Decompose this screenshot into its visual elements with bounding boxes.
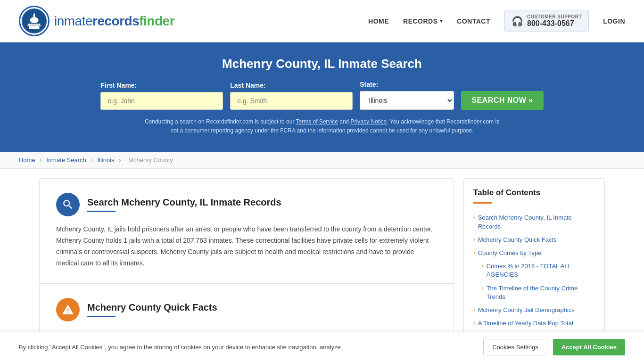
hero-title: Mchenry County, IL Inmate Search	[19, 57, 625, 71]
toc-box: Table of Contents › Search Mchenry Count…	[463, 178, 605, 335]
privacy-link[interactable]: Privacy Notice	[351, 118, 387, 125]
breadcrumb-separator-3: ›	[119, 156, 123, 164]
nav-records[interactable]: RECORDS ▾	[403, 17, 443, 25]
search-icon	[62, 198, 74, 211]
breadcrumb-home[interactable]: Home	[19, 156, 35, 164]
support-number: 800-433-0567	[527, 19, 582, 28]
chevron-right-icon-5: ›	[482, 285, 484, 291]
first-name-label: First Name:	[100, 82, 137, 89]
chevron-right-icon-1: ›	[473, 214, 475, 220]
customer-support: 🎧 CUSTOMER SUPPORT 800-433-0567	[504, 10, 589, 32]
toc-link-7[interactable]: A Timeline of Yearly Data Pop Total	[478, 319, 573, 328]
first-name-group: First Name:	[100, 82, 223, 110]
main-nav: HOME RECORDS ▾ CONTACT 🎧 CUSTOMER SUPPOR…	[368, 10, 625, 32]
chevron-right-icon-2: ›	[473, 237, 475, 242]
breadcrumb-inmate-search[interactable]: Inmate Search	[46, 156, 86, 164]
svg-rect-8	[33, 15, 35, 21]
logo-inmate: inmate	[54, 14, 92, 28]
toc-item-5[interactable]: › The Timeline of the County Crime Trend…	[473, 282, 595, 304]
chevron-right-icon-7: ›	[473, 320, 475, 326]
cookie-banner: By clicking "Accept All Cookies", you ag…	[0, 332, 644, 354]
first-name-input[interactable]	[100, 92, 223, 110]
last-name-group: Last Name:	[230, 82, 353, 110]
warning-icon-circle	[56, 298, 80, 321]
logo-records: records	[92, 14, 139, 28]
state-select[interactable]: Illinois Alabama Alaska Arizona Californ…	[360, 91, 454, 110]
nav-home[interactable]: HOME	[368, 17, 389, 25]
chevron-down-icon: ▾	[440, 18, 443, 24]
section-title-inmate: Search Mchenry County, IL Inmate Records	[87, 197, 281, 208]
search-now-button[interactable]: SEARCH NOW »	[461, 91, 543, 110]
toc-item-2[interactable]: › Mchenry County Quick Facts	[473, 233, 595, 247]
section-title-underline	[87, 211, 116, 212]
breadcrumb-illinois[interactable]: Illinois	[97, 156, 114, 164]
chevron-right-icon-4: ›	[482, 263, 484, 269]
svg-rect-10	[27, 25, 41, 26]
cookie-text: By clicking "Accept All Cookies", you ag…	[19, 343, 341, 352]
section-title-wrapper: Search Mchenry County, IL Inmate Records	[87, 197, 281, 212]
nav-contact[interactable]: CONTACT	[457, 17, 490, 25]
logo-area: inmaterecordsfinder	[19, 6, 174, 36]
toc-item-4[interactable]: › Crimes % in 2016 - TOTAL ALL AGENCIES	[473, 260, 595, 281]
section-title-wrapper-facts: Mchenry County Quick Facts	[87, 302, 217, 317]
hero-disclaimer: Conducting a search on Recordsfinder.com…	[143, 117, 501, 135]
logo-text: inmaterecordsfinder	[54, 14, 174, 29]
last-name-input[interactable]	[230, 92, 353, 110]
hero-section: Mchenry County, IL Inmate Search First N…	[0, 42, 644, 152]
breadcrumb-separator-1: ›	[40, 156, 43, 164]
headset-icon: 🎧	[512, 16, 523, 27]
cookie-accept-button[interactable]: Accept All Cookies	[553, 339, 625, 354]
toc-item-6[interactable]: › Mchenry County Jail Demographics	[473, 304, 595, 317]
nav-records-label: RECORDS	[403, 17, 438, 25]
toc-item-3[interactable]: › County Crimes by Type	[473, 247, 595, 260]
breadcrumb-county: Mchenry County	[128, 156, 173, 164]
section-header-inmate: Search Mchenry County, IL Inmate Records	[56, 193, 437, 216]
section-title-underline-facts	[87, 316, 116, 317]
support-label: CUSTOMER SUPPORT	[527, 14, 582, 19]
toc-link-5[interactable]: The Timeline of the County Crime Trends	[487, 284, 595, 301]
breadcrumb: Home › Inmate Search › Illinois › Mchenr…	[0, 152, 644, 169]
cookie-actions: Cookies Settings Accept All Cookies	[483, 339, 625, 354]
chevron-right-icon-6: ›	[473, 307, 475, 313]
state-label: State:	[360, 81, 378, 88]
toc-title: Table of Contents	[473, 188, 595, 197]
toc-item-7[interactable]: › A Timeline of Yearly Data Pop Total	[473, 317, 595, 330]
toc-underline	[473, 202, 492, 204]
content-left: Search Mchenry County, IL Inmate Records…	[39, 178, 454, 344]
last-name-label: Last Name:	[230, 82, 265, 89]
search-form: First Name: Last Name: State: Illinois A…	[19, 81, 625, 110]
toc-link-1[interactable]: Search Mchenry County, IL Inmate Records	[478, 214, 595, 230]
toc-link-3[interactable]: County Crimes by Type	[478, 249, 542, 257]
logo-finder: finder	[139, 14, 174, 28]
terms-link[interactable]: Terms of Service	[296, 118, 338, 125]
section-body-inmate: Mchenry County, IL jails hold prisoners …	[56, 224, 437, 269]
inmate-records-section: Search Mchenry County, IL Inmate Records…	[40, 179, 454, 283]
cookie-settings-button[interactable]: Cookies Settings	[483, 339, 547, 354]
section-title-facts: Mchenry County Quick Facts	[87, 302, 217, 313]
logo-icon	[19, 6, 50, 36]
sidebar: Table of Contents › Search Mchenry Count…	[463, 178, 605, 344]
section-header-facts: Mchenry County Quick Facts	[56, 298, 437, 321]
toc-item-1[interactable]: › Search Mchenry County, IL Inmate Recor…	[473, 211, 595, 233]
toc-link-2[interactable]: Mchenry County Quick Facts	[478, 236, 557, 244]
search-icon-circle	[56, 193, 80, 216]
support-text: CUSTOMER SUPPORT 800-433-0567	[527, 14, 582, 28]
breadcrumb-separator-2: ›	[91, 156, 94, 164]
login-button[interactable]: LOGIN	[603, 17, 625, 25]
header: inmaterecordsfinder HOME RECORDS ▾ CONTA…	[0, 0, 644, 42]
toc-link-4[interactable]: Crimes % in 2016 - TOTAL ALL AGENCIES	[487, 262, 595, 279]
state-group: State: Illinois Alabama Alaska Arizona C…	[360, 81, 454, 110]
main-content: Search Mchenry County, IL Inmate Records…	[20, 178, 624, 344]
toc-link-6[interactable]: Mchenry County Jail Demographics	[478, 306, 575, 314]
warning-icon	[62, 304, 74, 316]
chevron-right-icon-3: ›	[473, 250, 475, 255]
